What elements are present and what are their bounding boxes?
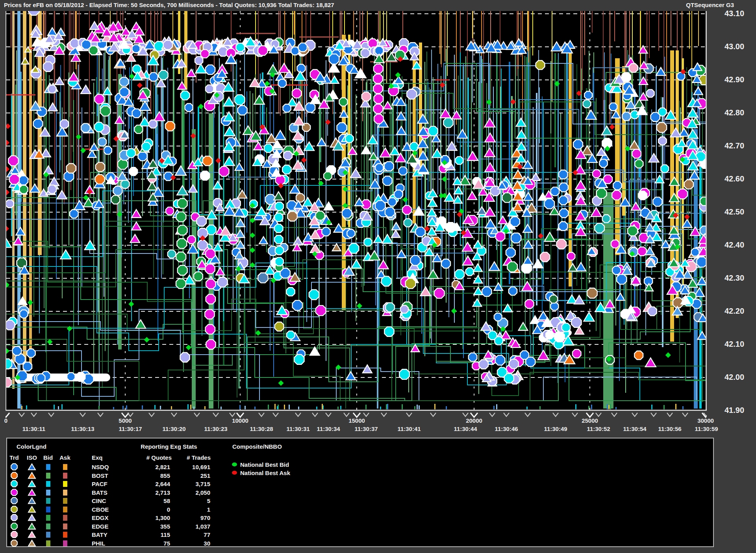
sequence-tick-label: 25000 — [582, 417, 598, 424]
legend-row-EDGX: EDGX1,300970 — [7, 514, 228, 522]
best-bid-icon — [232, 462, 237, 466]
exchange-quotes: 2,644 — [125, 481, 170, 487]
exchange-name: BATS — [92, 489, 107, 496]
exchange-trades: 3,715 — [176, 481, 210, 487]
price-chart-canvas[interactable] — [6, 11, 707, 419]
time-tick-label: 11:30:59 — [695, 425, 718, 432]
legend-row-NSDQ: NSDQ2,82110,691 — [7, 463, 228, 471]
exchange-swatches — [7, 488, 74, 497]
exchange-quotes: 2,821 — [125, 464, 170, 470]
price-axis-label: 42.10 — [724, 340, 756, 349]
sequence-tick-label: 30000 — [697, 417, 714, 424]
sequence-tick-label: 10000 — [232, 417, 248, 424]
price-axis-label: 42.70 — [724, 141, 756, 150]
time-tick-label: 11:30:11 — [22, 425, 45, 432]
exchange-name: PHIL — [92, 540, 105, 547]
exchange-name: CBOE — [92, 506, 109, 513]
col-header-trades: # Trades — [176, 454, 211, 461]
price-axis-label: 42.90 — [724, 75, 756, 84]
exchange-quotes: 355 — [125, 523, 170, 530]
price-axis-label: 42.50 — [724, 207, 756, 216]
col-header-exq: Exq — [92, 454, 103, 461]
exchange-quotes: 58 — [125, 498, 170, 504]
exchange-swatches — [7, 531, 74, 539]
price-axis-label: 42.30 — [724, 274, 756, 283]
nbbo-best-ask: National Best Ask — [232, 469, 290, 476]
legend-row-CBOE: CBOE01 — [7, 505, 228, 514]
price-axis-label: 42.80 — [724, 108, 756, 117]
time-tick-label: 11:30:23 — [204, 425, 227, 432]
legend-row-CINC: CINC585 — [7, 497, 228, 505]
time-tick-label: 11:30:56 — [658, 425, 681, 432]
exchange-trades: 77 — [176, 531, 210, 538]
price-axis-label: 42.00 — [724, 373, 756, 382]
exchange-trades: 970 — [176, 514, 210, 521]
col-header-iso: ISO — [25, 454, 39, 461]
stats-title: Reporting Exg Stats — [130, 443, 208, 450]
legend-panel: ColorLgnd Reporting Exg Stats Composite/… — [6, 438, 714, 547]
exchange-trades: 251 — [176, 472, 210, 479]
exchange-trades: 30 — [176, 540, 210, 547]
time-tick-label: 11:30:44 — [454, 425, 477, 432]
sequence-tick-label: 20000 — [466, 417, 482, 424]
col-header-bid: Bid — [41, 454, 55, 461]
time-tick-label: 11:30:37 — [354, 425, 378, 432]
exchange-name: EDGX — [92, 514, 109, 521]
time-tick-label: 11:30:17 — [119, 425, 142, 432]
exchange-trades: 1 — [176, 506, 210, 513]
best-ask-label: National Best Ask — [240, 470, 290, 476]
time-tick-label: 11:30:46 — [495, 425, 518, 432]
exchange-trades: 1,037 — [176, 523, 210, 530]
time-tick-label: 11:30:54 — [623, 425, 646, 432]
best-ask-icon — [232, 471, 237, 475]
time-tick-label: 11:30:34 — [317, 425, 340, 432]
exchange-name: CINC — [92, 498, 106, 504]
legend-row-BOST: BOST855251 — [7, 472, 228, 480]
exchange-quotes: 115 — [125, 531, 170, 538]
sequence-arrow-markers — [6, 413, 707, 417]
exchange-quotes: 0 — [125, 506, 170, 513]
exchange-quotes: 855 — [125, 472, 170, 479]
exchange-swatches — [7, 472, 74, 480]
time-tick-label: 11:30:49 — [544, 425, 567, 432]
time-tick-label: 11:30:52 — [587, 425, 610, 432]
window-title: Prices for eFB on 05/18/2012 - Elapsed T… — [4, 2, 334, 8]
exchange-swatches — [7, 514, 74, 522]
time-tick-label: 11:30:28 — [250, 425, 273, 432]
exchange-swatches — [7, 505, 74, 514]
best-bid-label: National Best Bid — [240, 461, 289, 468]
time-tick-label: 11:30:13 — [71, 425, 94, 432]
exchange-swatches — [7, 497, 74, 505]
exchange-trades: 10,691 — [176, 464, 210, 470]
app-name: QTSequencer G3 — [686, 2, 734, 8]
exchange-swatches — [7, 539, 74, 547]
title-bar: Prices for eFB on 05/18/2012 - Elapsed T… — [0, 0, 756, 10]
price-axis-label: 42.60 — [724, 174, 756, 183]
legend-row-BATY: BATY11577 — [7, 531, 228, 539]
exchange-name: BOST — [92, 472, 108, 479]
exchange-name: EDGE — [92, 523, 109, 530]
exchange-trades: 2,050 — [176, 489, 210, 496]
price-axis-label: 43.00 — [724, 42, 756, 51]
exchange-quotes: 1,300 — [125, 514, 170, 521]
exchange-swatches — [7, 463, 74, 471]
exchange-swatches — [7, 480, 74, 488]
color-legend-title: ColorLgnd — [17, 443, 46, 450]
legend-row-PACF: PACF2,6443,715 — [7, 480, 228, 488]
exchange-quotes: 75 — [125, 540, 170, 547]
time-tick-label: 11:30:41 — [397, 425, 421, 432]
exchange-name: PACF — [92, 481, 107, 487]
legend-row-BATS: BATS2,7132,050 — [7, 488, 228, 497]
legend-row-EDGE: EDGE3551,037 — [7, 522, 228, 531]
price-axis-label: 42.40 — [724, 240, 756, 250]
sequence-tick-label: 0 — [4, 417, 7, 424]
composite-title: Composite/NBBO — [232, 443, 282, 450]
sequence-tick-label: 15000 — [348, 417, 365, 424]
exchange-swatches — [7, 522, 74, 531]
time-tick-label: 11:30:20 — [162, 425, 185, 432]
sequence-tick-label: 5000 — [119, 417, 132, 424]
exchange-quotes: 2,713 — [125, 489, 170, 496]
col-header-trd: Trd — [7, 454, 21, 461]
nbbo-best-bid: National Best Bid — [232, 461, 289, 468]
exchange-name: BATY — [92, 531, 107, 538]
